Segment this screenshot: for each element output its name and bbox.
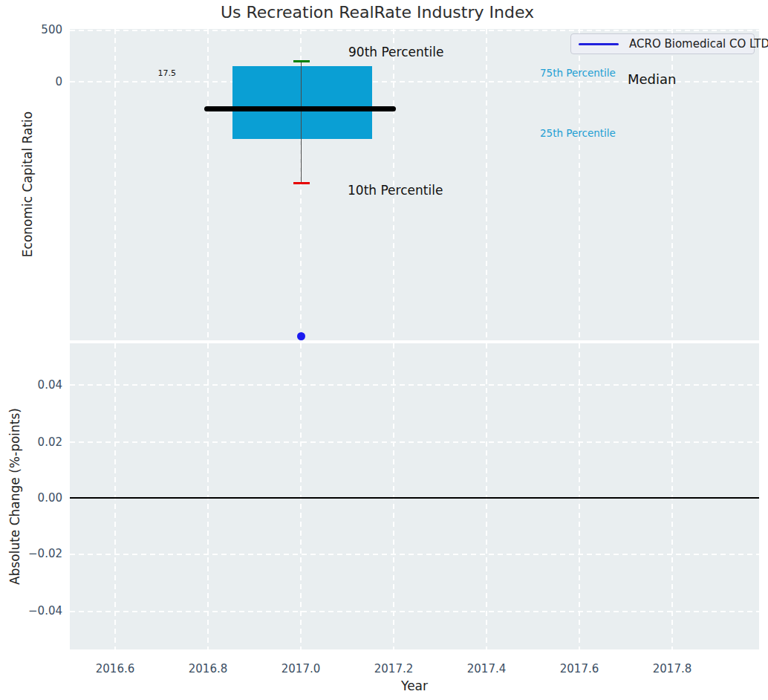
- chart-title: Us Recreation RealRate Industry Index: [0, 3, 755, 22]
- gridline-vertical: [207, 343, 209, 649]
- ytick-top: 500: [41, 23, 62, 36]
- label-25th-percentile: 25th Percentile: [540, 127, 616, 139]
- median-line: [204, 106, 396, 111]
- gridline-horizontal: [70, 554, 759, 555]
- gridline-horizontal: [70, 30, 759, 31]
- bottom-y-axis-label: Absolute Change (%-points): [7, 408, 22, 585]
- label-75th-percentile: 75th Percentile: [540, 67, 616, 79]
- label-median: Median: [628, 71, 676, 87]
- whisker-line: [301, 62, 302, 184]
- ytick-bottom: 0.02: [38, 435, 62, 449]
- gridline-vertical: [579, 343, 580, 649]
- gridline-vertical: [486, 29, 487, 340]
- ytick-top: 0: [55, 75, 62, 88]
- xtick: 2017.8: [653, 662, 692, 675]
- legend-line-swatch: [579, 43, 619, 45]
- gridline-horizontal: [70, 611, 759, 612]
- legend-series-label: ACRO Biomedical CO LTD: [629, 37, 768, 51]
- gridline-vertical: [393, 343, 394, 649]
- ytick-bottom: 0.00: [38, 491, 62, 505]
- label-90th-percentile: 90th Percentile: [348, 45, 443, 59]
- xtick: 2017.6: [560, 662, 599, 675]
- xtick: 2017.2: [374, 662, 414, 675]
- bottom-plot-area: [70, 343, 759, 649]
- box-iqr: [232, 66, 372, 139]
- xtick: 2017.4: [467, 662, 507, 675]
- legend-box: ACRO Biomedical CO LTD: [570, 33, 755, 54]
- gridline-horizontal: [70, 441, 759, 443]
- zero-reference-line: [70, 497, 759, 499]
- gridline-horizontal: [70, 384, 759, 386]
- gridline-vertical: [486, 343, 487, 649]
- chart-figure: Us Recreation RealRate Industry Index 90…: [0, 0, 768, 700]
- ytick-bottom: −0.02: [28, 547, 62, 560]
- gridline-vertical: [207, 29, 209, 340]
- x-axis-label: Year: [401, 678, 428, 693]
- label-10th-percentile: 10th Percentile: [348, 183, 443, 198]
- gridline-vertical: [671, 343, 673, 649]
- top-plot-area: 90th Percentile 10th Percentile 75th Per…: [70, 29, 759, 340]
- p90-whisker-cap: [293, 60, 310, 62]
- xtick: 2016.6: [96, 662, 135, 675]
- acro-data-point: [297, 332, 305, 340]
- xtick: 2016.8: [189, 662, 228, 675]
- ytick-bottom: 0.04: [38, 378, 62, 392]
- gridline-vertical: [300, 343, 302, 649]
- label-median-value: 17.5: [133, 68, 176, 78]
- p10-whisker-cap: [293, 182, 310, 184]
- xtick: 2017.0: [282, 662, 321, 675]
- top-y-axis-label: Economic Capital Ratio: [20, 111, 35, 257]
- ytick-bottom: −0.04: [28, 604, 62, 618]
- gridline-vertical: [114, 29, 116, 340]
- gridline-vertical: [114, 343, 116, 649]
